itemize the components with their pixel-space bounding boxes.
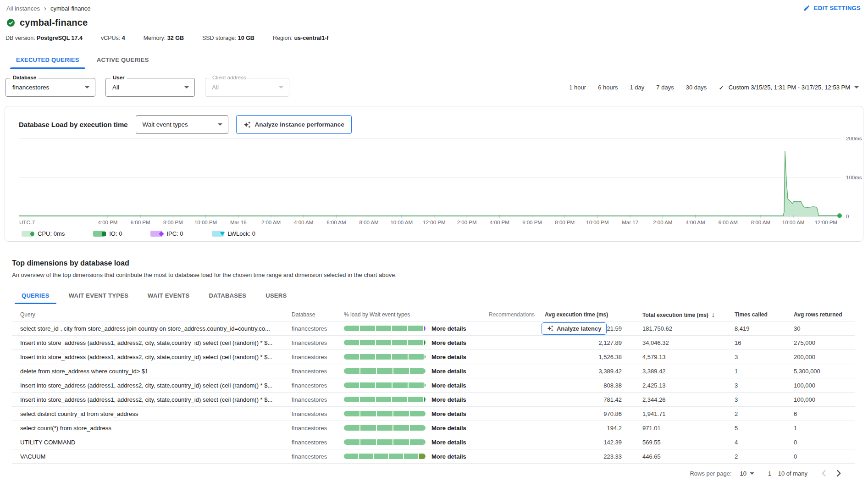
column-header-total-execution-time-ms[interactable]: Total execution time (ms)↓ bbox=[642, 311, 735, 318]
column-header-load-by-wait-event-types[interactable]: % load by Wait event types bbox=[344, 311, 489, 318]
query-text[interactable]: Insert into store_address (address1, add… bbox=[12, 396, 292, 403]
chart-title: Database Load by execution time bbox=[19, 121, 128, 128]
load-bar-segment bbox=[360, 382, 375, 388]
dim-tab-wait-event-types[interactable]: WAIT EVENT TYPES bbox=[59, 287, 138, 304]
load-bar-segment bbox=[392, 326, 407, 331]
previous-page-button[interactable] bbox=[821, 469, 826, 477]
spark-icon bbox=[243, 121, 251, 128]
column-header-recommendations[interactable]: Recommendations bbox=[489, 311, 545, 318]
filter-database[interactable]: Databasefinancestores bbox=[6, 78, 95, 97]
query-text[interactable]: delete from store_address where country_… bbox=[12, 368, 292, 375]
svg-text:200ms: 200ms bbox=[846, 137, 862, 141]
more-details-link[interactable]: More details bbox=[431, 425, 466, 432]
page-title: cymbal-finance bbox=[20, 17, 88, 28]
query-text[interactable]: Insert into store_address (address1, add… bbox=[12, 339, 292, 346]
load-cell: More details bbox=[344, 368, 489, 375]
avg-execution-time-cell: 808.38 bbox=[545, 382, 642, 389]
chart-dimension-select[interactable]: Wait event types bbox=[136, 115, 228, 134]
time-option-1-day[interactable]: 1 day bbox=[630, 84, 645, 91]
next-page-button[interactable] bbox=[836, 469, 841, 477]
time-option-30-days[interactable]: 30 days bbox=[686, 84, 707, 91]
avg-rows-returned-cell: 0 bbox=[794, 439, 853, 446]
load-bar-segment bbox=[410, 425, 426, 431]
query-text[interactable]: select store_id , city from store_addres… bbox=[12, 325, 292, 332]
svg-text:6:00 PM: 6:00 PM bbox=[131, 220, 150, 225]
dim-tab-users[interactable]: USERS bbox=[256, 287, 296, 304]
database-load-card: Database Load by execution time Wait eve… bbox=[5, 106, 863, 242]
filter-user[interactable]: UserAll bbox=[105, 78, 195, 97]
load-bar-end-cap bbox=[424, 326, 426, 331]
database-cell: financestores bbox=[292, 354, 344, 360]
more-details-link[interactable]: More details bbox=[431, 325, 466, 332]
wait-event-load-bar bbox=[344, 354, 426, 360]
avg-execution-time-value: 21.59 bbox=[607, 325, 622, 332]
more-details-link[interactable]: More details bbox=[431, 368, 466, 375]
load-bar-segment bbox=[377, 439, 393, 445]
tab-active-queries[interactable]: ACTIVE QUERIES bbox=[88, 50, 158, 69]
load-chart[interactable]: UTC-74:00 PM6:00 PM8:00 PM10:00 PMMar 16… bbox=[5, 137, 863, 227]
table-row-2: Insert into store_address (address1, add… bbox=[12, 336, 855, 350]
more-details-link[interactable]: More details bbox=[431, 396, 466, 403]
column-header-database[interactable]: Database bbox=[292, 311, 344, 318]
query-text[interactable]: Insert into store_address (address1, add… bbox=[12, 354, 292, 360]
load-bar-segment bbox=[344, 340, 359, 345]
load-cell: More details bbox=[344, 382, 489, 389]
load-bar-segment bbox=[360, 368, 376, 374]
load-bar-end-cap bbox=[424, 340, 426, 345]
dim-tab-queries[interactable]: QUERIES bbox=[12, 287, 59, 304]
pencil-icon bbox=[803, 5, 810, 11]
load-cell: More details bbox=[344, 410, 489, 417]
meta-region: Region: us-central1-f bbox=[273, 35, 329, 41]
time-option-6-hours[interactable]: 6 hours bbox=[598, 84, 618, 91]
database-cell: financestores bbox=[292, 382, 344, 389]
more-details-link[interactable]: More details bbox=[431, 354, 466, 360]
edit-settings-button[interactable]: EDIT SETTINGS bbox=[803, 5, 861, 11]
query-text[interactable]: select count(*) from store_address bbox=[12, 425, 292, 432]
load-bar-end-cap bbox=[425, 382, 426, 388]
column-header-avg-rows-returned[interactable]: Avg rows returned bbox=[794, 311, 853, 318]
avg-rows-returned-cell: 1 bbox=[794, 425, 853, 432]
query-text[interactable]: select distinct country_id from store_ad… bbox=[12, 410, 292, 417]
database-cell: financestores bbox=[292, 396, 344, 403]
rows-per-page-select[interactable]: 10 bbox=[740, 470, 754, 477]
load-bar-segment bbox=[393, 439, 409, 445]
dim-tab-wait-events[interactable]: WAIT EVENTS bbox=[138, 287, 199, 304]
table-row-1: select store_id , city from store_addres… bbox=[12, 321, 855, 336]
column-header-avg-execution-time-ms[interactable]: Avg execution time (ms) bbox=[545, 311, 642, 318]
tab-executed-queries[interactable]: EXECUTED QUERIES bbox=[7, 50, 88, 69]
time-option-7-days[interactable]: 7 days bbox=[656, 84, 674, 91]
cpu-load-area bbox=[19, 151, 840, 216]
svg-text:Mar 17: Mar 17 bbox=[622, 220, 638, 225]
query-text[interactable]: VACUUM bbox=[12, 453, 292, 460]
dim-tab-databases[interactable]: DATABASES bbox=[199, 287, 256, 304]
circle-marker-icon bbox=[30, 232, 34, 236]
svg-text:8:00 PM: 8:00 PM bbox=[163, 220, 183, 225]
more-details-link[interactable]: More details bbox=[431, 410, 466, 417]
load-bar-segment bbox=[410, 439, 426, 445]
query-text[interactable]: Insert into store_address (address1, add… bbox=[12, 382, 292, 389]
wait-event-load-bar bbox=[344, 340, 426, 345]
table-row-10: VACUUMfinancestoresMore details223.33446… bbox=[12, 449, 855, 464]
query-text[interactable]: UTILITY COMMAND bbox=[12, 439, 292, 446]
load-cell: More details bbox=[344, 425, 489, 432]
more-details-link[interactable]: More details bbox=[431, 453, 466, 460]
top-dimensions-section: Top dimensions by database load An overv… bbox=[12, 259, 855, 477]
time-option-1-hour[interactable]: 1 hour bbox=[569, 84, 586, 91]
wait-event-load-bar bbox=[344, 411, 426, 416]
sort-descending-icon: ↓ bbox=[712, 311, 715, 318]
latest-point-marker bbox=[837, 213, 842, 218]
svg-text:10:00 PM: 10:00 PM bbox=[586, 220, 608, 225]
analyze-instance-performance-button[interactable]: Analyze instance performance bbox=[236, 115, 352, 134]
load-cell: More details bbox=[344, 354, 489, 360]
chevron-down-icon bbox=[750, 472, 754, 475]
analyze-latency-button[interactable]: Analyze latency bbox=[542, 322, 607, 335]
avg-execution-time-value: 808.38 bbox=[603, 382, 622, 389]
time-range-custom[interactable]: ✓ Custom 3/15/25, 1:31 PM - 3/17/25, 12:… bbox=[719, 83, 859, 92]
column-header-query[interactable]: Query bbox=[12, 311, 292, 318]
more-details-link[interactable]: More details bbox=[431, 382, 466, 389]
breadcrumb-all-instances[interactable]: All instances bbox=[6, 5, 40, 12]
column-header-times-called[interactable]: Times called bbox=[735, 311, 794, 318]
top-dimensions-title: Top dimensions by database load bbox=[12, 259, 855, 267]
more-details-link[interactable]: More details bbox=[431, 339, 466, 346]
more-details-link[interactable]: More details bbox=[431, 439, 466, 446]
